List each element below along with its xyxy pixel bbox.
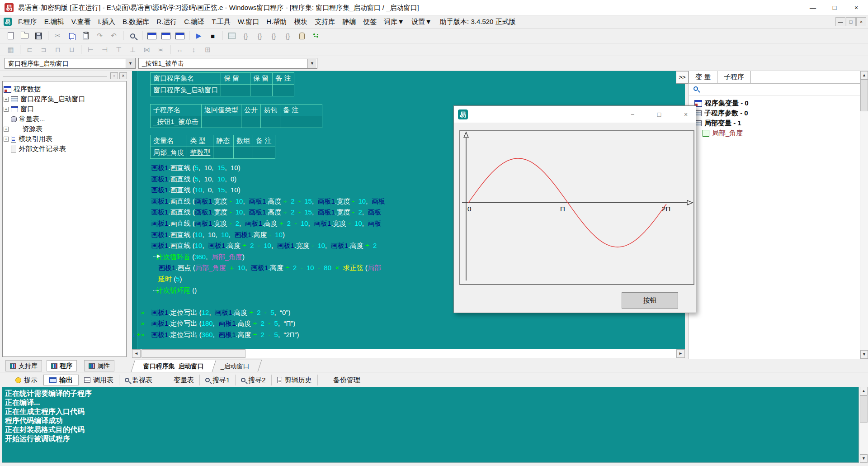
code-line[interactable]: 画板1.画直线 (10, 0, 15, 10) <box>151 186 241 195</box>
code-line[interactable]: 画板1.画直线 (画板1.宽度 - 10, 画板1.高度 ÷ 2 - 15, 画… <box>151 208 381 217</box>
output-tab-搜寻1[interactable]: 搜寻1 <box>200 375 236 385</box>
menu-item-6[interactable]: C.编译 <box>180 16 208 27</box>
open-icon[interactable] <box>18 30 32 42</box>
scroll-left-icon[interactable]: ◄ <box>132 349 141 358</box>
table-value-cell[interactable] <box>202 116 241 128</box>
code-line[interactable]: 画板1.定位写出 (12, 画板1.高度 ÷ 2 - 5, “0”) <box>151 309 290 317</box>
side-tab-程序[interactable]: 程序 <box>47 360 77 371</box>
code-line[interactable]: 计次循环尾 () <box>156 286 197 295</box>
scroll-up-icon[interactable]: ▲ <box>860 71 868 80</box>
table-value-cell[interactable] <box>234 147 253 159</box>
layout-grid-icon[interactable] <box>173 30 187 42</box>
tree-item-0[interactable]: 程序数据 <box>4 84 125 94</box>
step-over-icon[interactable]: {} <box>253 30 267 42</box>
variables-search-row[interactable] <box>689 84 860 95</box>
code-table-2[interactable]: 变量名类 型静态数组备 注局部_角度整数型 <box>150 135 275 159</box>
copy-icon[interactable] <box>65 30 79 42</box>
scroll-thumb[interactable] <box>860 395 868 423</box>
output-tab-调用表[interactable]: 调用表 <box>79 375 119 385</box>
tree-item-1[interactable]: +窗口程序集_启动窗口 <box>4 94 125 104</box>
new-icon[interactable] <box>4 30 18 42</box>
expand-plus-icon[interactable]: + <box>4 107 9 112</box>
code-line[interactable]: 画板1.定位写出 (180, 画板1.高度 ÷ 2 - 5, “Π”) <box>151 319 295 328</box>
center-h-icon[interactable]: ⊢ <box>84 44 98 56</box>
save-icon[interactable] <box>32 30 46 42</box>
tree-item-6[interactable]: 外部文件记录表 <box>4 144 125 154</box>
step-out-icon[interactable]: {} <box>267 30 281 42</box>
menu-item-10[interactable]: 模块 <box>290 16 311 27</box>
table-value-cell[interactable] <box>250 85 273 96</box>
table-value-row[interactable]: _按钮1_被单击 <box>151 116 322 128</box>
run-window-button[interactable]: 按钮 <box>622 292 678 309</box>
variable-tree-item-0[interactable]: 程序集变量 - 0 <box>689 98 860 108</box>
table-value-row[interactable]: 局部_角度整数型 <box>151 147 275 159</box>
code-table-0[interactable]: 窗口程序集名保 留保 留备 注窗口程序集_启动窗口 <box>150 72 294 96</box>
tree-item-2[interactable]: +窗口 <box>4 104 125 114</box>
tree-item-4[interactable]: +资源表 <box>4 124 125 134</box>
output-v-scrollbar[interactable]: ▲ ▼ <box>860 387 868 463</box>
output-tab-剪辑历史[interactable]: 剪辑历史 <box>272 375 318 385</box>
panel-close-icon[interactable]: × <box>119 72 127 79</box>
mdi-minimize-icon[interactable]: — <box>835 17 845 26</box>
scroll-down-icon[interactable]: ▼ <box>860 350 868 359</box>
form-designer-icon[interactable]: ▦ <box>4 44 18 56</box>
code-line[interactable]: 画板1.画点 (局部_角度 + 10, 画板1.高度 ÷ 2 - 10 - 80… <box>158 264 381 272</box>
mdi-restore-icon[interactable]: □ <box>846 17 856 26</box>
space-v-icon[interactable]: ⊥ <box>126 44 140 56</box>
table-value-cell[interactable] <box>253 147 275 159</box>
run-maximize-icon[interactable]: □ <box>652 109 666 119</box>
right-panel-tab-1[interactable]: 子程序 <box>717 71 751 83</box>
code-line[interactable]: 画板1.画直线 (5, 10, 15, 10) <box>151 164 241 172</box>
join-v-icon[interactable]: ≍ <box>154 44 168 56</box>
menu-item-8[interactable]: W.窗口 <box>234 16 263 27</box>
running-program-window[interactable]: 易 −□× 0Π2Π 按钮 <box>453 105 696 313</box>
same-size-icon[interactable]: ⊞ <box>201 44 215 56</box>
align-top-icon[interactable]: ⊓ <box>51 44 65 56</box>
expand-panel-button[interactable]: >> <box>676 71 689 84</box>
menu-item-12[interactable]: 静编 <box>339 16 359 27</box>
code-line[interactable]: 画板1.画直线 (10, 10, 10, 画板1.高度 - 10) <box>151 231 285 239</box>
scroll-down-icon[interactable]: ▼ <box>860 454 868 463</box>
mdi-close-icon[interactable]: × <box>856 17 866 26</box>
code-line[interactable]: 画板1.画直线 (5, 10, 10, 0) <box>151 175 236 184</box>
output-tab-搜寻2[interactable]: 搜寻2 <box>236 375 271 385</box>
trace-paw-icon[interactable] <box>309 30 323 42</box>
run-window-titlebar[interactable]: 易 −□× <box>454 106 696 123</box>
table-value-cell[interactable] <box>213 147 234 159</box>
code-line[interactable]: 延时 (5) <box>158 275 182 284</box>
join-h-icon[interactable]: ⋈ <box>140 44 154 56</box>
undo-icon[interactable]: ↶ <box>107 30 121 42</box>
step-stop-icon[interactable]: {} <box>281 30 295 42</box>
find-icon[interactable] <box>126 30 140 42</box>
menu-item-1[interactable]: E.编辑 <box>41 16 68 27</box>
right-panel-tab-0[interactable]: 变 量 <box>689 71 717 83</box>
table-value-cell[interactable]: 整数型 <box>187 147 213 159</box>
scroll-thumb[interactable] <box>142 349 245 358</box>
variable-tree-item-2[interactable]: 局部变量 - 1 <box>689 118 860 128</box>
tree-item-5[interactable]: +模块引用表 <box>4 134 125 144</box>
pause-hand-icon[interactable] <box>295 30 309 42</box>
scroll-up-icon[interactable]: ▲ <box>860 387 868 395</box>
table-value-cell[interactable] <box>241 116 261 128</box>
align-right-icon[interactable]: ⊐ <box>37 44 51 56</box>
table-value-cell[interactable] <box>280 116 322 128</box>
assembly-combobox[interactable]: 窗口程序集_启动窗口 ▼ <box>5 58 136 69</box>
expand-plus-icon[interactable]: + <box>4 127 9 132</box>
align-bottom-icon[interactable]: ⊔ <box>65 44 79 56</box>
doc-tab-1[interactable]: _启动窗口 <box>208 360 262 372</box>
same-width-icon[interactable]: ↔ <box>173 44 187 56</box>
menu-item-9[interactable]: H.帮助 <box>263 16 290 27</box>
table-value-cell[interactable] <box>221 85 250 96</box>
menu-item-0[interactable]: F.程序 <box>14 16 41 27</box>
code-line[interactable]: 画板1.定位写出 (360, 画板1.高度 ÷ 2 - 5, “2Π”) <box>151 331 299 339</box>
variable-tree-item-3[interactable]: 局部_角度 <box>689 128 860 138</box>
restore-icon[interactable]: □ <box>824 0 845 15</box>
menu-item-5[interactable]: R.运行 <box>153 16 180 27</box>
layout-top-icon[interactable] <box>159 30 173 42</box>
output-tab-备份管理[interactable]: 备份管理 <box>318 375 366 385</box>
code-table-1[interactable]: 子程序名返回值类型公开易包备 注_按钮1_被单击 <box>150 104 322 128</box>
scroll-right-icon[interactable]: ► <box>676 349 685 358</box>
table-value-cell[interactable] <box>261 116 280 128</box>
variable-tree-item-1[interactable]: 子程序参数 - 0 <box>689 108 860 118</box>
code-line[interactable]: 画板1.画直线 (10, 画板1.高度 ÷ 2 - 10, 画板1.宽度 - 1… <box>151 242 377 250</box>
